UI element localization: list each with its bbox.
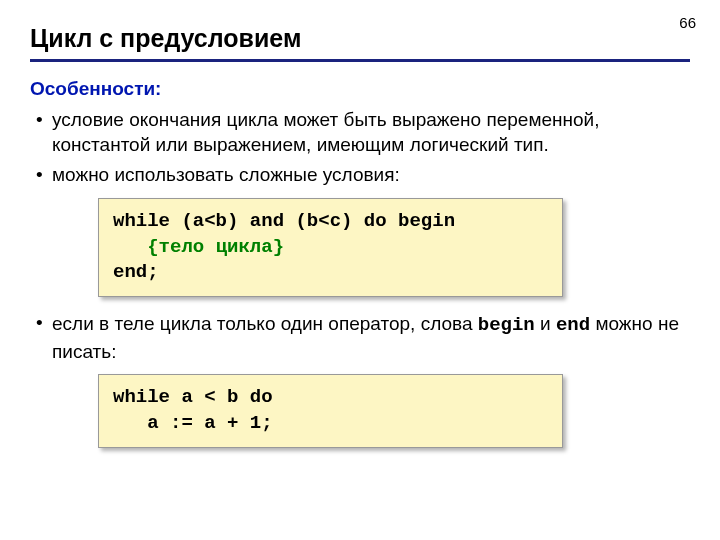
code1-line1: while (a<b) and (b<c) do begin [113, 210, 455, 232]
bullet-list: условие окончания цикла может быть выраж… [30, 108, 690, 188]
code2-line1: while a < b do [113, 386, 273, 408]
inline-code-begin: begin [478, 314, 535, 336]
bullet-1: условие окончания цикла может быть выраж… [52, 108, 690, 157]
code1-comment: {тело цикла} [147, 236, 284, 258]
slide-title: Цикл с предусловием [30, 24, 690, 62]
bullet-2: можно использовать сложные условия: [52, 163, 690, 188]
code2-line2: a := a + 1; [113, 412, 273, 434]
code1-line2-indent [113, 236, 147, 258]
inline-code-end: end [556, 314, 590, 336]
bullet-3-part1: если в теле цикла только один оператор, … [52, 313, 478, 334]
code-block-2: while a < b do a := a + 1; [98, 374, 563, 447]
page-number: 66 [679, 14, 696, 31]
bullet-list-2: если в теле цикла только один оператор, … [30, 311, 690, 364]
bullet-3: если в теле цикла только один оператор, … [52, 311, 690, 364]
code1-line3: end; [113, 261, 159, 283]
section-label: Особенности: [30, 78, 690, 100]
bullet-3-and: и [535, 313, 556, 334]
code-block-1: while (a<b) and (b<c) do begin {тело цик… [98, 198, 563, 297]
